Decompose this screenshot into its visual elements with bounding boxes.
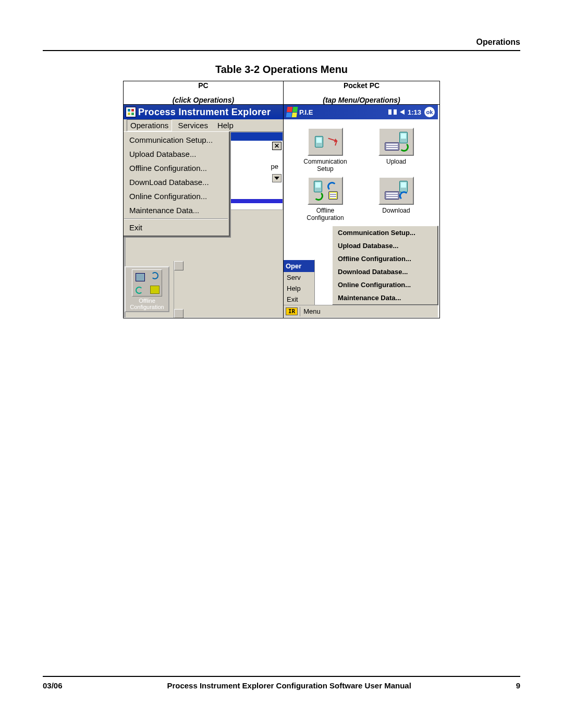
ppc-left-menu-serv[interactable]: Serv [284,272,314,283]
partial-text-pe: pe [271,163,278,170]
pocketpc-screenshot: P.I.E 1:13 ok Commun [284,105,438,317]
offline-chip-line1: Offline [126,298,168,304]
column-ppc-name: Pocket PC [344,81,380,90]
menu-item-comm-setup[interactable]: Communication Setup... [124,133,229,147]
connection-icon [388,108,397,116]
table-title: Table 3-2 Operations Menu [43,64,520,76]
menu-help[interactable]: Help [214,119,237,131]
icon-comm-setup-label: CommunicationSetup [296,158,354,172]
section-header: Operations [43,38,520,47]
svg-rect-2 [128,113,130,115]
ppc-menu-online-config[interactable]: Online Configuration... [333,278,437,291]
ir-button[interactable]: IR [286,307,298,315]
icon-download-label: Download [367,207,425,214]
operations-table: PC (click Operations) Pocket PC (tap Men… [123,81,440,318]
ok-button[interactable]: ok [424,107,435,117]
pc-screenshot: Process Instrument Explorer Operations S… [124,105,283,317]
scrollbar[interactable] [174,261,182,318]
footer-title: Process Instrument Explorer Configuratio… [167,681,411,690]
icon-comm-setup[interactable]: CommunicationSetup [296,128,354,172]
pc-titlebar: Process Instrument Explorer [124,105,283,119]
ppc-menu-offline-config[interactable]: Offline Configuration... [333,252,437,265]
windows-logo-icon [286,107,298,117]
pc-title-text: Process Instrument Explorer [138,107,271,118]
svg-rect-0 [128,109,130,112]
svg-rect-3 [131,113,134,115]
menu-button[interactable]: Menu [303,307,321,315]
clock-text: 1:13 [408,108,421,116]
offline-chip-line2: Configuration [126,304,168,310]
divider [43,50,520,51]
ppc-bottom-bar: IR Menu [284,305,438,317]
chevron-down-icon[interactable] [272,174,282,182]
menu-item-maintenance[interactable]: Maintenance Data... [124,203,229,217]
menu-item-online-config[interactable]: Online Configuration... [124,189,229,203]
pc-menubar[interactable]: Operations Services Help [124,119,283,132]
footer-divider [43,676,520,677]
operations-dropdown[interactable]: Communication Setup... Upload Database..… [124,131,230,237]
footer-page: 9 [516,681,520,690]
app-icon [126,107,136,117]
icon-offline-config-label: OfflineConfiguration [296,207,354,221]
svg-rect-1 [131,109,134,112]
icon-upload[interactable]: Upload [367,128,425,172]
ppc-popup-menu[interactable]: Communication Setup... Upload Database..… [332,226,438,305]
ppc-titlebar: P.I.E 1:13 ok [284,105,438,119]
column-pc-name: PC [198,81,208,90]
ppc-left-menu[interactable]: Oper Serv Help Exit [284,260,315,305]
ppc-left-menu-oper[interactable]: Oper [284,260,314,272]
icon-upload-label: Upload [367,158,425,165]
menu-operations[interactable]: Operations [127,119,172,131]
menu-services[interactable]: Services [174,119,212,131]
ppc-left-menu-help[interactable]: Help [284,283,314,294]
menu-item-offline-config[interactable]: Offline Configuration... [124,161,229,175]
close-icon[interactable]: ✕ [272,142,282,150]
offline-config-button[interactable]: Offline Configuration [125,266,169,312]
menu-item-exit[interactable]: Exit [124,220,229,235]
ppc-left-menu-exit[interactable]: Exit [284,294,314,305]
menu-item-upload-db[interactable]: Upload Database... [124,147,229,161]
footer-date: 03/06 [43,681,63,690]
speaker-icon [400,109,405,115]
icon-download[interactable]: Download [367,177,425,221]
icon-offline-config[interactable]: OfflineConfiguration [296,177,354,221]
ppc-menu-upload-db[interactable]: Upload Database... [333,239,437,252]
ppc-menu-download-db[interactable]: Download Database... [333,265,437,278]
column-ppc-sub: (tap Menu/Operations) [284,96,439,104]
ppc-menu-maintenance[interactable]: Maintenance Data... [333,291,437,304]
menu-item-download-db[interactable]: DownLoad Database... [124,175,229,189]
column-pc-sub: (click Operations) [124,96,283,104]
ppc-title-text: P.I.E [299,108,313,116]
ppc-menu-comm-setup[interactable]: Communication Setup... [333,226,437,239]
